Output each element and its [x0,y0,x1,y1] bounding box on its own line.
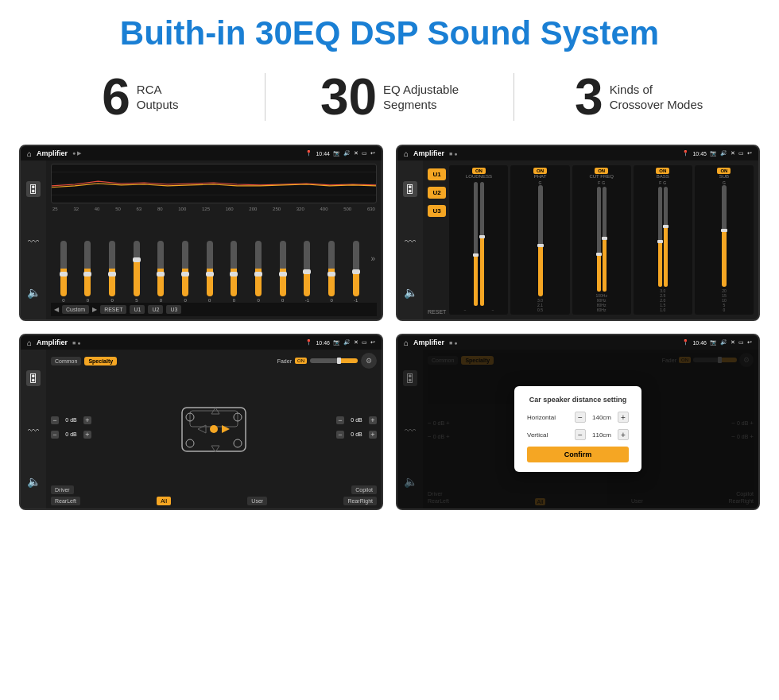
xover-camera-icon: 📷 [710,150,717,157]
dialog-vertical-minus[interactable]: − [575,429,586,440]
eq-reset-btn[interactable]: RESET [100,305,126,314]
xover-cutfreq: ON CUT FREQ FG 100Hz90Hz80Hz60Hz [572,165,631,315]
eq-slider-11[interactable]: 0 [320,241,343,303]
phat-on-btn[interactable]: ON [533,168,547,174]
cutfreq-slider-2[interactable] [603,187,607,292]
xover-back-icon[interactable]: ↩ [747,150,752,157]
dialog-confirm-button[interactable]: Confirm [527,447,629,462]
phat-slider[interactable] [538,185,543,296]
left-bot-minus[interactable]: − [51,431,59,439]
loudness-sliders [474,182,484,306]
bass-slider-1[interactable] [658,187,662,287]
fader-driver-btn[interactable]: Driver [51,485,74,494]
fader-tabs: Common Specialty [51,357,117,365]
distance-home-icon[interactable]: ⌂ [404,338,409,347]
bass-on-btn[interactable]: ON [656,168,669,174]
dialog-vertical-plus[interactable]: + [618,429,629,440]
left-top-value: 0 dB [61,417,81,423]
fader-copilot-btn[interactable]: Copilot [351,485,377,494]
loudness-slider-1[interactable] [474,182,478,306]
eq-sidebar-tune[interactable]: 🎛 [26,181,41,197]
eq-prev-arrow[interactable]: ◀ [54,306,59,313]
right-top-minus[interactable]: − [336,416,344,424]
left-db-top: − 0 dB + [51,416,91,424]
fader-settings-icon[interactable]: ⚙ [361,353,377,369]
fader-sidebar-tune[interactable]: 🎛 [26,370,41,386]
fader-on-btn[interactable]: ON [295,358,307,364]
cutfreq-on-btn[interactable]: ON [595,168,608,174]
fader-common-tab[interactable]: Common [51,357,81,365]
eq-slider-10[interactable]: -1 [296,241,319,303]
fader-rearleft-btn[interactable]: RearLeft [51,497,80,505]
fader-specialty-tab[interactable]: Specialty [84,357,117,365]
eq-back-icon[interactable]: ↩ [370,150,375,157]
eq-slider-5[interactable]: 0 [174,241,196,303]
eq-u2-btn[interactable]: U2 [148,305,163,314]
fader-user-btn[interactable]: User [247,497,267,505]
home-icon[interactable]: ⌂ [27,149,32,158]
xover-u2-btn[interactable]: U2 [428,187,446,199]
expand-arrows[interactable]: » [371,254,376,263]
fader-time: 10:46 [316,340,330,346]
eq-slider-7[interactable]: 0 [223,241,246,303]
xover-home-icon[interactable]: ⌂ [404,149,409,158]
xover-u1-btn[interactable]: U1 [428,168,446,180]
sub-on-btn[interactable]: ON [717,168,731,174]
fader-back-icon[interactable]: ↩ [370,339,375,346]
eq-slider-9[interactable]: 0 [272,241,294,303]
eq-next-arrow[interactable]: ▶ [92,306,97,313]
right-db-top: − 0 dB + [336,416,377,424]
fader-main-panel: Common Specialty Fader ON ⚙ [46,350,382,509]
xover-loudness: ON LOUDNESS ~~ [449,165,508,315]
fader-location-icon: 📍 [305,339,312,346]
distance-app-title: Amplifier [413,338,444,346]
cutfreq-slider-1[interactable] [597,187,601,292]
dialog-horizontal-minus[interactable]: − [575,412,586,423]
dialog-horizontal-plus[interactable]: + [618,412,629,423]
fader-sidebar-speaker[interactable]: 🔈 [27,475,41,488]
left-top-plus[interactable]: + [83,416,91,424]
stat-rca: 6 RCA Outputs [32,72,249,122]
loudness-on-btn[interactable]: ON [472,168,486,174]
eq-u1-btn[interactable]: U1 [130,305,145,314]
eq-sidebar-speaker[interactable]: 🔈 [27,286,41,299]
left-top-minus[interactable]: − [51,416,59,424]
right-db-bottom: − 0 dB + [336,431,377,439]
sub-slider[interactable] [722,185,727,287]
xover-reset-btn[interactable]: RESET [428,309,446,315]
left-bot-plus[interactable]: + [83,431,91,439]
eq-bottom-bar: ◀ Custom ▶ RESET U1 U2 U3 [51,303,377,316]
stat-number-rca: 6 [102,72,130,122]
fader-home-icon[interactable]: ⌂ [27,338,32,347]
eq-slider-12[interactable]: -1 [345,241,367,303]
xover-sidebar-speaker[interactable]: 🔈 [404,286,417,299]
right-top-plus[interactable]: + [369,416,377,424]
xover-sidebar-tune[interactable]: 🎛 [403,181,417,197]
eq-slider-1[interactable]: 0 [77,241,99,303]
xover-sidebar-wave[interactable]: 〰 [405,235,416,248]
fader-h-slider[interactable] [310,358,358,363]
loudness-slider-2[interactable] [480,182,484,306]
fader-sidebar-wave[interactable]: 〰 [28,424,39,437]
fader-rect-icon: ▭ [362,339,367,346]
eq-slider-0[interactable]: 0 [52,241,75,303]
eq-slider-8[interactable]: 0 [247,241,269,303]
eq-slider-4[interactable]: 0 [150,241,172,303]
xover-u3-btn[interactable]: U3 [428,205,446,217]
eq-sliders: 0 0 0 5 0 [51,215,377,303]
right-bot-plus[interactable]: + [369,431,377,439]
eq-slider-6[interactable]: 0 [199,241,221,303]
distance-content-wrapper: 🎛 〰 🔈 Common Specialty Fader ON [397,350,758,509]
dialog-horizontal-value: 140cm [589,414,614,421]
eq-custom-label: Custom [62,305,89,314]
eq-u3-btn[interactable]: U3 [166,305,181,314]
xover-main-panel: U1 U2 U3 RESET ON LOUDNESS ~~ [423,160,758,319]
fader-all-btn[interactable]: All [157,497,171,505]
distance-back-icon[interactable]: ↩ [747,339,752,346]
fader-rearright-btn[interactable]: RearRight [343,497,377,505]
bass-slider-2[interactable] [664,187,668,287]
eq-sidebar-wave[interactable]: 〰 [28,235,39,248]
eq-slider-2[interactable]: 0 [101,241,123,303]
eq-slider-3[interactable]: 5 [126,241,148,303]
right-bot-minus[interactable]: − [336,431,344,439]
